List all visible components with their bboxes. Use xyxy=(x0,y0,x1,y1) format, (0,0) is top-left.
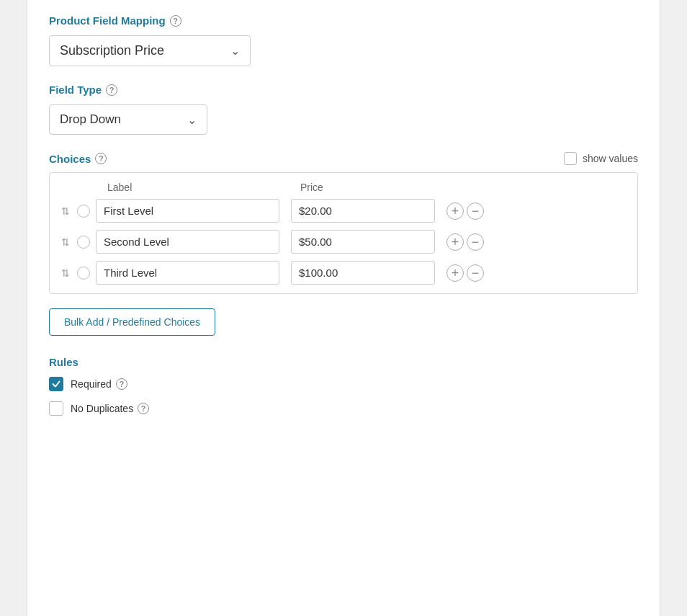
field-type-label: Field Type xyxy=(49,84,102,96)
field-type-value: Drop Down xyxy=(60,112,121,127)
table-row: ⇅ + − xyxy=(61,199,626,223)
choice-price-input-1[interactable] xyxy=(291,199,435,223)
row-radio-3[interactable] xyxy=(77,267,90,280)
required-label: Required ? xyxy=(71,378,127,390)
add-row-button-2[interactable]: + xyxy=(446,233,464,251)
choices-title-area: Choices ? xyxy=(49,153,107,165)
product-field-mapping-dropdown[interactable]: Subscription Price ⌄ xyxy=(49,35,251,66)
row-actions-2: + − xyxy=(446,233,484,251)
rules-title-label: Rules xyxy=(49,356,78,368)
checkmark-icon xyxy=(52,380,60,388)
field-type-section: Field Type ? Drop Down ⌄ xyxy=(49,84,638,135)
choice-label-input-2[interactable] xyxy=(96,230,279,254)
field-type-title: Field Type ? xyxy=(49,84,638,96)
row-radio-1[interactable] xyxy=(77,205,90,218)
choices-table: Label Price ⇅ + − ⇅ + xyxy=(49,172,638,294)
choice-price-input-2[interactable] xyxy=(291,230,435,254)
drag-handle-icon[interactable]: ⇅ xyxy=(61,267,70,279)
product-field-mapping-label: Product Field Mapping xyxy=(49,14,166,27)
row-radio-2[interactable] xyxy=(77,236,90,249)
add-row-button-1[interactable]: + xyxy=(446,202,464,220)
choices-help-icon[interactable]: ? xyxy=(95,153,107,164)
bulk-add-button[interactable]: Bulk Add / Predefined Choices xyxy=(49,308,215,336)
col-header-price: Price xyxy=(300,182,444,193)
col-header-label: Label xyxy=(107,182,295,193)
add-row-button-3[interactable]: + xyxy=(446,264,464,282)
no-duplicates-rule-item: No Duplicates ? xyxy=(49,401,638,416)
drag-handle-icon[interactable]: ⇅ xyxy=(61,205,70,217)
product-field-mapping-section: Product Field Mapping ? Subscription Pri… xyxy=(49,14,638,66)
field-type-help-icon[interactable]: ? xyxy=(106,84,117,96)
show-values-label: show values xyxy=(583,153,638,164)
table-row: ⇅ + − xyxy=(61,230,626,254)
rules-title: Rules xyxy=(49,356,638,368)
no-duplicates-checkbox[interactable] xyxy=(49,401,63,416)
no-duplicates-help-icon[interactable]: ? xyxy=(138,403,149,414)
choices-title-label: Choices xyxy=(49,153,91,165)
required-help-icon[interactable]: ? xyxy=(116,378,127,390)
choices-section: Choices ? show values Label Price ⇅ + xyxy=(49,152,638,336)
required-checkbox[interactable] xyxy=(49,377,63,391)
remove-row-button-3[interactable]: − xyxy=(467,264,484,282)
chevron-down-icon: ⌄ xyxy=(230,44,240,58)
main-panel: Product Field Mapping ? Subscription Pri… xyxy=(27,0,660,616)
drag-handle-icon[interactable]: ⇅ xyxy=(61,236,70,248)
choice-label-input-1[interactable] xyxy=(96,199,279,223)
table-row: ⇅ + − xyxy=(61,261,626,285)
show-values-area: show values xyxy=(564,152,638,165)
no-duplicates-label: No Duplicates ? xyxy=(71,403,149,414)
required-rule-item: Required ? xyxy=(49,377,638,391)
product-field-mapping-title: Product Field Mapping ? xyxy=(49,14,638,27)
choices-header: Choices ? show values xyxy=(49,152,638,165)
remove-row-button-1[interactable]: − xyxy=(467,202,484,220)
choice-price-input-3[interactable] xyxy=(291,261,435,285)
choice-label-input-3[interactable] xyxy=(96,261,279,285)
product-field-mapping-help-icon[interactable]: ? xyxy=(170,15,181,27)
row-actions-3: + − xyxy=(446,264,484,282)
show-values-checkbox[interactable] xyxy=(564,152,577,165)
field-type-dropdown[interactable]: Drop Down ⌄ xyxy=(49,104,207,135)
row-actions-1: + − xyxy=(446,202,484,220)
field-type-chevron-icon: ⌄ xyxy=(187,113,197,127)
remove-row-button-2[interactable]: − xyxy=(467,233,484,251)
choices-col-headers: Label Price xyxy=(61,182,626,193)
product-field-mapping-value: Subscription Price xyxy=(60,43,164,58)
rules-section: Rules Required ? No Duplicates ? xyxy=(49,356,638,416)
